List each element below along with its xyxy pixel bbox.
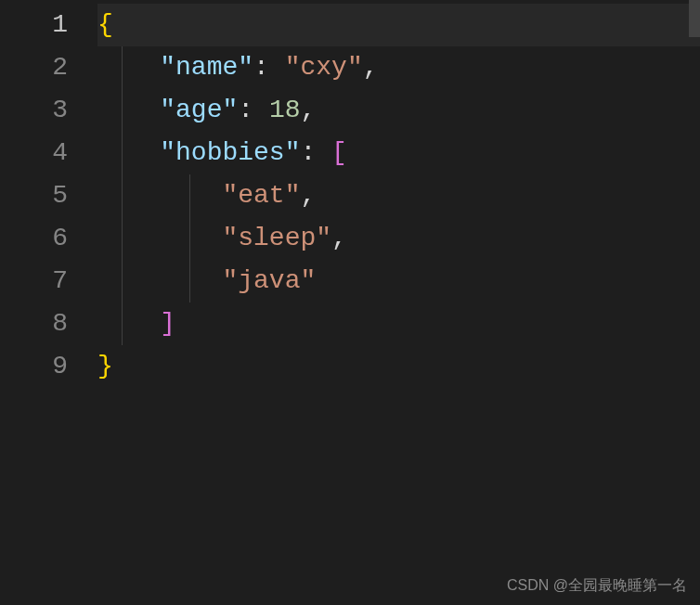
watermark-text: CSDN @全园最晚睡第一名 <box>507 576 687 596</box>
comma-token: , <box>300 181 316 210</box>
code-editor: 1 2 3 4 5 6 7 8 9 { "name": "cxy", "age"… <box>0 0 700 605</box>
code-line[interactable]: "eat", <box>97 174 700 217</box>
indent <box>97 181 222 210</box>
code-line[interactable]: "java" <box>97 260 700 302</box>
line-number[interactable]: 2 <box>0 46 97 89</box>
scrollbar-thumb[interactable] <box>689 0 700 37</box>
quote-token: " <box>285 138 301 167</box>
code-line[interactable]: "age": 18, <box>97 89 700 132</box>
quote-token: " <box>160 53 175 82</box>
brace-token: { <box>97 10 113 39</box>
code-line[interactable]: "sleep", <box>97 217 700 260</box>
code-line[interactable]: } <box>97 345 700 388</box>
line-number[interactable]: 5 <box>0 174 97 217</box>
quote-token: " <box>222 96 238 124</box>
colon-token: : <box>253 53 269 82</box>
quote-token: " <box>285 53 301 82</box>
brace-token: } <box>97 352 113 380</box>
quote-token: " <box>316 224 331 252</box>
key-token: hobbies <box>175 138 285 167</box>
string-token: java <box>238 266 300 295</box>
indent <box>97 266 222 295</box>
space <box>253 96 269 124</box>
quote-token: " <box>222 224 238 252</box>
quote-token: " <box>160 138 175 167</box>
quote-token: " <box>285 181 301 210</box>
colon-token: : <box>300 138 316 167</box>
quote-token: " <box>160 96 175 124</box>
indent <box>97 138 160 167</box>
indent <box>97 96 160 124</box>
number-token: 18 <box>269 96 301 124</box>
code-line[interactable]: { <box>97 4 700 46</box>
comma-token: , <box>331 224 347 252</box>
bracket-token: [ <box>331 138 347 167</box>
code-line[interactable]: ] <box>97 302 700 345</box>
space <box>269 53 285 82</box>
bracket-token: ] <box>160 309 175 338</box>
string-token: cxy <box>301 53 347 82</box>
quote-token: " <box>222 266 238 295</box>
line-number[interactable]: 6 <box>0 217 97 260</box>
code-line[interactable]: "name": "cxy", <box>97 46 700 89</box>
colon-token: : <box>238 96 253 124</box>
line-number[interactable]: 9 <box>0 345 97 388</box>
code-content[interactable]: { "name": "cxy", "age": 18, "hobbies": [… <box>97 0 700 605</box>
line-number[interactable]: 8 <box>0 302 97 345</box>
indent <box>97 53 160 82</box>
code-line[interactable]: "hobbies": [ <box>97 132 700 174</box>
quote-token: " <box>238 53 253 82</box>
comma-token: , <box>363 53 379 82</box>
line-gutter: 1 2 3 4 5 6 7 8 9 <box>0 0 97 605</box>
comma-token: , <box>301 96 317 124</box>
line-number[interactable]: 1 <box>0 4 97 46</box>
quote-token: " <box>300 266 316 295</box>
string-token: eat <box>238 181 284 210</box>
quote-token: " <box>347 53 363 82</box>
quote-token: " <box>222 181 238 210</box>
line-number[interactable]: 3 <box>0 89 97 132</box>
key-token: name <box>175 53 238 82</box>
indent <box>97 224 222 252</box>
line-number[interactable]: 4 <box>0 132 97 174</box>
string-token: sleep <box>238 224 316 252</box>
key-token: age <box>175 96 222 124</box>
line-number[interactable]: 7 <box>0 260 97 302</box>
space <box>316 138 331 167</box>
indent <box>97 309 160 338</box>
